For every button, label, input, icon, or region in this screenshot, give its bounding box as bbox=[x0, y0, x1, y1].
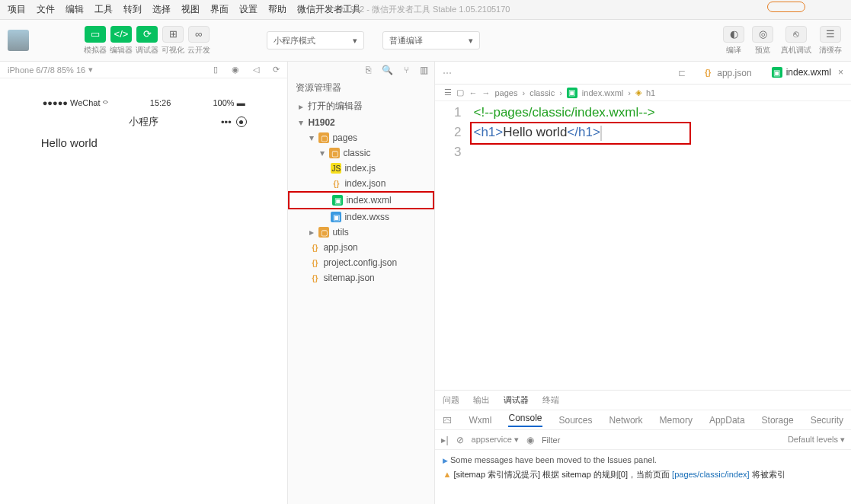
copy-icon[interactable]: ⎘ bbox=[366, 65, 371, 75]
avatar[interactable] bbox=[8, 30, 29, 51]
compile-button[interactable]: ◐ bbox=[723, 26, 744, 43]
file-app-json[interactable]: {}app.json bbox=[288, 240, 434, 255]
debugger-button[interactable]: ⟳ bbox=[136, 26, 158, 43]
explorer-title: 资源管理器 bbox=[288, 78, 434, 97]
breadcrumb: ☰ ▢ ← → pages› classic› ▣index.wxml› ◈h1 bbox=[435, 85, 851, 101]
forward-icon[interactable]: → bbox=[481, 88, 490, 97]
simulator-button[interactable]: ▭ bbox=[85, 26, 106, 43]
panel-tab-output[interactable]: 输出 bbox=[473, 394, 490, 406]
branch-icon[interactable]: ⑂ bbox=[404, 65, 409, 75]
menu-project[interactable]: 项目 bbox=[8, 3, 26, 16]
console-message-info: Some messages have been moved to the Iss… bbox=[443, 453, 843, 467]
devtools-tab-security[interactable]: Security bbox=[811, 415, 843, 426]
toggle-icon[interactable]: ▸| bbox=[441, 435, 448, 445]
folder-pages[interactable]: ▾▢pages bbox=[288, 130, 434, 145]
compile-dropdown[interactable]: 普通编译▾ bbox=[382, 31, 480, 49]
status-battery: 100% ▬ bbox=[213, 98, 245, 107]
close-icon[interactable]: × bbox=[838, 67, 843, 78]
bookmark-icon[interactable]: ▢ bbox=[456, 88, 464, 97]
editor-button[interactable]: </> bbox=[110, 26, 132, 43]
wxml-icon: ▣ bbox=[332, 195, 343, 206]
devtools-tab-storage[interactable]: Storage bbox=[762, 415, 794, 426]
chevron-down-icon: ▾ bbox=[469, 36, 473, 46]
menu-view[interactable]: 视图 bbox=[181, 3, 200, 16]
panel-icon[interactable]: ▥ bbox=[420, 65, 428, 75]
project-root[interactable]: ▾H1902 bbox=[288, 115, 434, 130]
file-project-config[interactable]: {}project.config.json bbox=[288, 255, 434, 270]
status-pill bbox=[767, 2, 805, 12]
page-content: Hello world bbox=[35, 133, 253, 152]
devtools-tab-memory[interactable]: Memory bbox=[660, 415, 693, 426]
visual-button[interactable]: ⊞ bbox=[162, 26, 184, 43]
code-line-3 bbox=[473, 142, 654, 162]
mode-dropdown[interactable]: 小程序模式▾ bbox=[267, 31, 364, 49]
json-icon: {} bbox=[331, 178, 341, 189]
file-index-wxss[interactable]: ▣index.wxss bbox=[288, 209, 434, 225]
menu-file[interactable]: 文件 bbox=[37, 3, 55, 16]
chevron-down-icon: ▾ bbox=[353, 36, 357, 46]
devtools-tab-sources[interactable]: Sources bbox=[559, 415, 593, 426]
js-icon: JS bbox=[331, 163, 341, 174]
device-icon[interactable]: ▯ bbox=[213, 65, 218, 75]
breadcrumb-pages[interactable]: pages bbox=[494, 88, 517, 97]
folder-classic[interactable]: ▾▢classic bbox=[288, 145, 434, 161]
wxss-icon: ▣ bbox=[331, 212, 341, 222]
wxml-icon: ▣ bbox=[567, 88, 577, 98]
folder-icon: ▢ bbox=[329, 148, 340, 158]
window-title: h1902 - 微信开发者工具 Stable 1.05.2105170 bbox=[341, 4, 510, 15]
menu-tools[interactable]: 工具 bbox=[94, 3, 113, 16]
search-icon[interactable]: 🔍 bbox=[382, 65, 393, 75]
tab-index-wxml[interactable]: ▣index.wxml× bbox=[764, 63, 851, 82]
more-tabs-icon[interactable]: ⋯ bbox=[443, 68, 452, 78]
levels-dropdown[interactable]: Default levels ▾ bbox=[788, 435, 845, 445]
file-index-wxml[interactable]: ▣index.wxml bbox=[288, 191, 434, 209]
panel-tab-debugger[interactable]: 调试器 bbox=[504, 394, 529, 406]
filter-input[interactable] bbox=[542, 435, 648, 445]
context-dropdown[interactable]: appservice ▾ bbox=[472, 435, 519, 445]
menu-help[interactable]: 帮助 bbox=[268, 3, 286, 16]
file-index-json[interactable]: {}index.json bbox=[288, 176, 434, 191]
devtools-tab-console[interactable]: Console bbox=[508, 413, 542, 427]
target-icon[interactable] bbox=[236, 116, 247, 127]
code-editor[interactable]: 123 <!--pages/classic/index.wxml--> <h1>… bbox=[435, 101, 851, 390]
menu-edit[interactable]: 编辑 bbox=[66, 3, 84, 16]
tab-app-json[interactable]: {}app.json bbox=[695, 64, 759, 82]
record-icon[interactable]: ◉ bbox=[232, 65, 239, 75]
breadcrumb-file[interactable]: index.wxml bbox=[582, 88, 623, 97]
symbol-icon: ◈ bbox=[635, 88, 641, 97]
chevron-down-icon[interactable]: ▾ bbox=[88, 65, 93, 75]
more-icon[interactable]: ••• bbox=[221, 116, 232, 128]
folder-icon: ▢ bbox=[318, 132, 329, 143]
mute-icon[interactable]: ◁ bbox=[253, 65, 259, 75]
devtools-tab-appdata[interactable]: AppData bbox=[709, 415, 745, 426]
breadcrumb-symbol[interactable]: h1 bbox=[646, 88, 655, 97]
json-icon: {} bbox=[309, 242, 320, 253]
menu-goto[interactable]: 转到 bbox=[123, 3, 142, 16]
devtools-tab-wxml[interactable]: Wxml bbox=[469, 415, 491, 426]
panel-tab-terminal[interactable]: 终端 bbox=[542, 394, 559, 406]
clear-cache-button[interactable]: ☰ bbox=[820, 26, 841, 43]
devtools-tab-network[interactable]: Network bbox=[609, 415, 643, 426]
status-time: 15:26 bbox=[150, 98, 171, 107]
list-icon[interactable]: ☰ bbox=[444, 88, 452, 97]
menu-settings[interactable]: 设置 bbox=[239, 3, 258, 16]
clear-icon[interactable]: ⊘ bbox=[456, 435, 464, 445]
breadcrumb-classic[interactable]: classic bbox=[529, 88, 555, 97]
file-sitemap[interactable]: {}sitemap.json bbox=[288, 270, 434, 285]
menu-ui[interactable]: 界面 bbox=[210, 3, 229, 16]
folder-utils[interactable]: ▸▢utils bbox=[288, 225, 434, 240]
eye-icon[interactable]: ◉ bbox=[526, 435, 534, 445]
remote-debug-button[interactable]: ⎋ bbox=[785, 26, 807, 43]
open-editors-section[interactable]: ▸打开的编辑器 bbox=[288, 97, 434, 115]
inspect-icon[interactable]: ⮹ bbox=[443, 415, 452, 426]
device-label[interactable]: iPhone 6/7/8 85% 16 bbox=[8, 65, 85, 75]
file-index-js[interactable]: JSindex.js bbox=[288, 161, 434, 176]
back-icon[interactable]: ← bbox=[469, 88, 477, 97]
menu-select[interactable]: 选择 bbox=[152, 3, 171, 16]
cloud-button[interactable]: ∞ bbox=[188, 26, 210, 43]
folder-icon: ▢ bbox=[318, 227, 329, 238]
panel-tab-problem[interactable]: 问题 bbox=[443, 394, 459, 406]
rotate-icon[interactable]: ⟳ bbox=[273, 65, 280, 75]
split-right-icon[interactable]: ⊏ bbox=[678, 68, 686, 78]
preview-button[interactable]: ◎ bbox=[752, 26, 773, 43]
